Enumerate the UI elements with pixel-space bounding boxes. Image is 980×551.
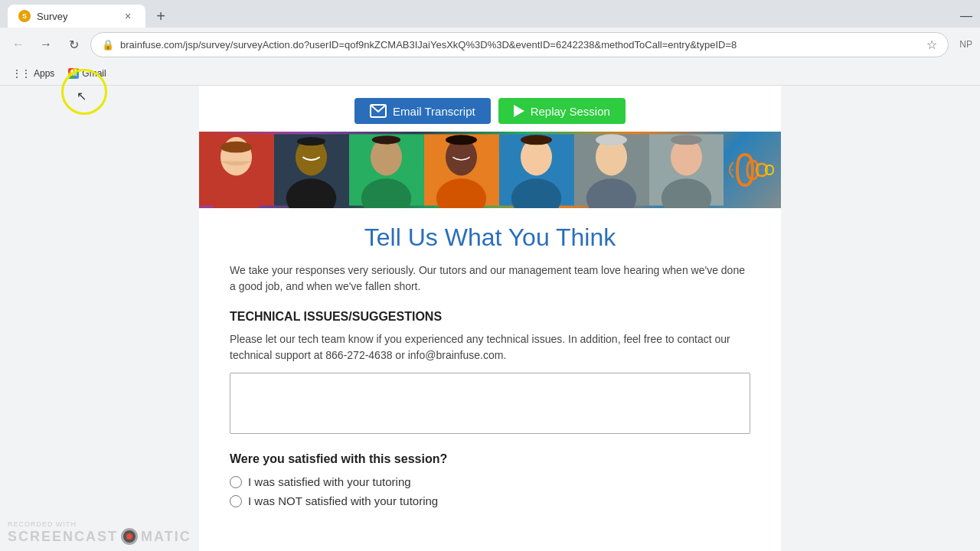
profile-label: NP: [959, 39, 972, 50]
svg-point-35: [671, 135, 702, 145]
tab-bar: S Survey × +: [8, 5, 172, 28]
refresh-button[interactable]: ↻: [63, 34, 84, 55]
cursor-arrow: ↖: [77, 89, 87, 103]
tab-title: Survey: [37, 11, 67, 22]
replay-session-button[interactable]: Replay Session: [498, 98, 626, 124]
intro-text: We take your responses very seriously. O…: [230, 262, 750, 295]
screencast-watermark: RECORDED WITH SCREENCAST MATIC: [8, 520, 191, 545]
som-record-icon: [121, 528, 138, 545]
svg-point-20: [446, 135, 477, 145]
radio-option-satisfied: I was satisfied with your tutoring: [230, 475, 750, 488]
person-2: [274, 132, 349, 208]
forward-button[interactable]: →: [35, 34, 57, 55]
radio-not-satisfied[interactable]: [230, 495, 242, 507]
person-6: [574, 132, 649, 208]
tech-issues-textarea[interactable]: [230, 373, 750, 434]
address-bar-extra: NP: [959, 39, 972, 50]
person-1: [199, 132, 274, 208]
main-title: Tell Us What You Think: [230, 223, 750, 252]
bookmark-gmail-label: Gmail: [82, 68, 106, 79]
url-text: brainfuse.com/jsp/survey/surveyAction.do…: [120, 39, 920, 51]
back-button[interactable]: ←: [8, 34, 29, 55]
recorded-with-text: RECORDED WITH: [8, 520, 191, 528]
address-bar-row: ← → ↻ 🔒 brainfuse.com/jsp/survey/surveyA…: [0, 28, 980, 61]
som-text-right: MATIC: [141, 529, 191, 545]
play-icon: [514, 105, 524, 117]
svg-point-10: [297, 137, 325, 145]
tab-close-button[interactable]: ×: [121, 9, 135, 23]
window-controls: —: [960, 9, 972, 23]
person-4: [424, 132, 499, 208]
bookmarks-bar: ⋮⋮ Apps M Gmail: [0, 61, 980, 86]
radio-option-not-satisfied: I was NOT satisfied with your tutoring: [230, 494, 750, 507]
gmail-icon: M: [68, 68, 79, 79]
som-logo: SCREENCAST MATIC: [8, 528, 191, 545]
satisfaction-title: Were you satisfied with this session?: [230, 452, 750, 466]
address-bar[interactable]: 🔒 brainfuse.com/jsp/survey/surveyAction.…: [90, 32, 949, 57]
tech-section-desc: Please let our tech team know if you exp…: [230, 331, 750, 364]
survey-body: Tell Us What You Think We take your resp…: [199, 208, 781, 529]
apps-grid-icon: ⋮⋮: [12, 68, 31, 79]
svg-point-15: [372, 135, 400, 144]
email-icon: [370, 104, 387, 118]
hero-image: [199, 132, 781, 208]
svg-point-30: [596, 134, 627, 145]
bookmark-star-icon[interactable]: ☆: [926, 37, 937, 52]
active-tab[interactable]: S Survey ×: [8, 5, 145, 28]
radio-satisfied[interactable]: [230, 476, 242, 488]
brainfuse-logo-icon: [724, 132, 781, 208]
person-5: [499, 132, 574, 208]
browser-chrome: S Survey × + — ← → ↻ 🔒 brainfuse.com/jsp…: [0, 0, 980, 86]
bookmark-apps-label: Apps: [34, 68, 54, 79]
radio-satisfied-label: I was satisfied with your tutoring: [248, 475, 411, 488]
radio-not-satisfied-label: I was NOT satisfied with your tutoring: [248, 494, 438, 507]
bookmark-apps[interactable]: ⋮⋮ Apps: [8, 67, 59, 80]
bookmark-gmail[interactable]: M Gmail: [64, 67, 110, 80]
person-3: [349, 132, 424, 208]
svg-point-5: [220, 142, 252, 153]
new-tab-button[interactable]: +: [150, 5, 172, 27]
person-7: [649, 132, 724, 208]
page-content: Email Transcript Replay Session: [199, 86, 781, 551]
svg-point-25: [521, 135, 552, 145]
minimize-button[interactable]: —: [960, 9, 972, 23]
address-bar-icons: ☆: [926, 37, 937, 52]
title-bar: S Survey × + —: [0, 0, 980, 28]
som-text-left: SCREENCAST: [8, 529, 118, 545]
email-transcript-button[interactable]: Email Transcript: [354, 98, 491, 124]
tab-favicon: S: [18, 10, 31, 22]
top-actions: Email Transcript Replay Session: [199, 86, 781, 132]
tech-section-title: TECHNICAL ISSUES/SUGGESTIONS: [230, 310, 750, 324]
